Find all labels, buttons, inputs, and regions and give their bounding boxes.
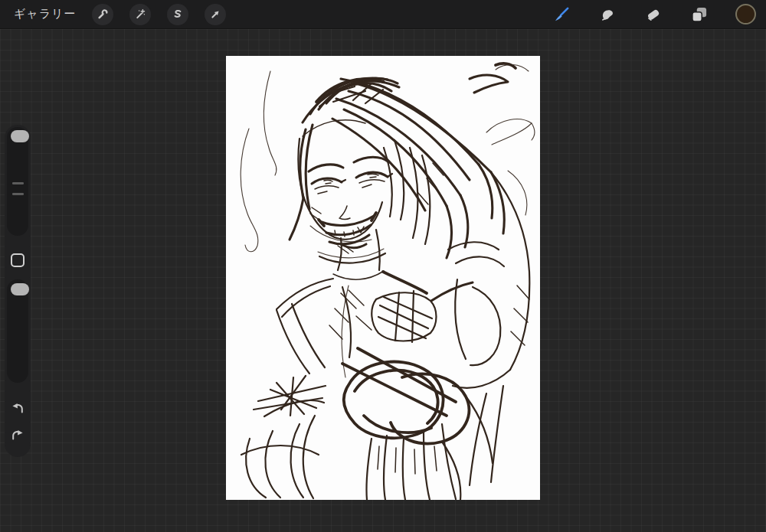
modify-button[interactable] bbox=[11, 253, 25, 267]
sketch-artwork bbox=[226, 56, 540, 500]
gallery-button[interactable]: ギャラリー bbox=[14, 7, 76, 21]
redo-arrow-icon bbox=[10, 427, 25, 442]
undo-arrow-icon bbox=[10, 400, 25, 416]
smudge-finger-icon bbox=[597, 5, 617, 24]
app-window: ギャラリー bbox=[0, 0, 766, 532]
redo-button[interactable] bbox=[10, 427, 25, 442]
opacity-slider[interactable] bbox=[7, 279, 28, 383]
selection-button[interactable] bbox=[167, 4, 188, 25]
eraser-icon bbox=[643, 5, 663, 24]
wrench-icon bbox=[96, 8, 110, 21]
layers-button[interactable] bbox=[689, 5, 709, 24]
layers-icon bbox=[689, 5, 709, 24]
actions-button[interactable] bbox=[92, 4, 113, 25]
slider-tick bbox=[12, 182, 24, 184]
brush-size-handle[interactable] bbox=[11, 130, 29, 142]
undo-button[interactable] bbox=[10, 400, 25, 416]
paint-tool-group bbox=[552, 4, 766, 24]
magic-wand-icon bbox=[133, 8, 147, 21]
arrow-cursor-icon bbox=[208, 8, 222, 21]
top-toolbar: ギャラリー bbox=[0, 0, 766, 29]
drawing-canvas[interactable] bbox=[226, 56, 540, 500]
brush-tool-button[interactable] bbox=[552, 5, 571, 24]
brush-size-slider[interactable] bbox=[7, 127, 28, 236]
brush-icon bbox=[552, 5, 571, 24]
opacity-handle[interactable] bbox=[11, 283, 29, 295]
brush-sidebar bbox=[5, 125, 31, 457]
slider-tick bbox=[12, 193, 24, 195]
smudge-tool-button[interactable] bbox=[597, 5, 617, 24]
transform-button[interactable] bbox=[205, 4, 226, 25]
adjustments-button[interactable] bbox=[129, 4, 151, 25]
s-selection-icon bbox=[171, 8, 185, 21]
eraser-tool-button[interactable] bbox=[643, 5, 663, 24]
color-swatch-button[interactable] bbox=[735, 4, 756, 24]
